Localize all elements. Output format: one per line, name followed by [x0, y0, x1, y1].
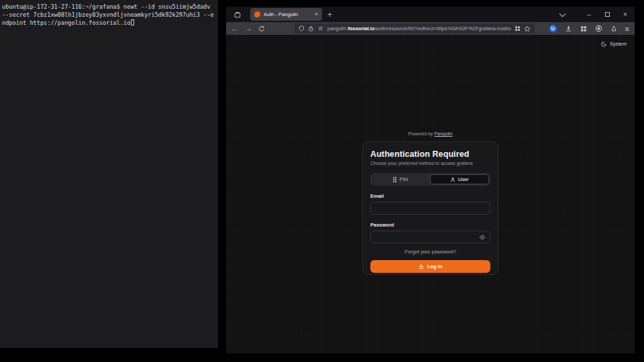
- url-domain: fossorial.io: [347, 25, 374, 32]
- list-tabs-chevron-icon[interactable]: [559, 11, 566, 18]
- close-window-button[interactable]: ×: [622, 11, 629, 18]
- powered-by: Powered by Pangolin: [226, 131, 635, 136]
- theme-toggle[interactable]: System: [601, 41, 627, 47]
- firefox-view-icon[interactable]: [232, 9, 243, 20]
- email-label: Email: [370, 193, 490, 199]
- browser-window: Auth - Pangolin × + – × ← →: [226, 7, 635, 353]
- extensions-icon[interactable]: [580, 25, 587, 32]
- lock-icon[interactable]: [308, 25, 314, 32]
- grid-icon[interactable]: [515, 25, 521, 32]
- url-path: /auth/resource/90?redirect=https%3A%2F%2…: [374, 25, 511, 32]
- toolbar-icons: U ≡: [549, 25, 629, 33]
- auth-method-tabs: PIN User: [370, 173, 490, 186]
- url-bar[interactable]: pangolin.fossorial.io/auth/resource/90?r…: [294, 23, 535, 34]
- browser-tab[interactable]: Auth - Pangolin ×: [250, 8, 322, 21]
- auth-card: Authentication Required Choose your pref…: [362, 141, 498, 275]
- reload-icon[interactable]: [258, 25, 265, 32]
- new-tab-button[interactable]: +: [327, 10, 332, 19]
- password-label: Password: [370, 222, 490, 228]
- email-field[interactable]: [370, 202, 490, 215]
- extension-badge: [555, 23, 558, 27]
- card-title: Authentication Required: [370, 149, 490, 159]
- swap-arrows-icon[interactable]: [317, 25, 324, 32]
- terminal-line: ubuntu@ip-172-31-27-116:~/grafana$ newt …: [2, 3, 218, 11]
- share-icon[interactable]: [610, 25, 617, 32]
- tab-pin[interactable]: PIN: [372, 174, 430, 184]
- url-prefix: pangolin.: [327, 25, 347, 32]
- account-icon[interactable]: [595, 25, 602, 32]
- forward-button[interactable]: →: [245, 25, 252, 32]
- terminal-window[interactable]: ubuntu@ip-172-31-27-116:~/grafana$ newt …: [0, 0, 218, 348]
- moon-icon: [601, 41, 607, 47]
- login-button[interactable]: Log in: [370, 260, 490, 273]
- theme-toggle-label: System: [610, 41, 627, 47]
- tab-strip: Auth - Pangolin × + – ×: [226, 7, 635, 22]
- menu-icon[interactable]: ≡: [625, 25, 629, 33]
- pangolin-link[interactable]: Pangolin: [434, 131, 452, 136]
- terminal-line: --secret 7cbz1xw08lh1jbzey03yxvndljvneam…: [2, 11, 218, 19]
- url-text: pangolin.fossorial.io/auth/resource/90?r…: [327, 25, 511, 32]
- tab-close-icon[interactable]: ×: [315, 11, 318, 17]
- terminal-line: ndpoint https://pangolin.fossorial.io: [2, 19, 218, 27]
- terminal-cursor: [131, 19, 134, 25]
- pangolin-favicon-icon: [254, 11, 260, 17]
- minimize-button[interactable]: –: [586, 11, 592, 18]
- maximize-button[interactable]: [604, 11, 610, 18]
- forgot-password-link[interactable]: Forgot your password?: [370, 249, 490, 255]
- user-icon: [450, 177, 455, 182]
- downloads-icon[interactable]: [565, 25, 572, 32]
- back-button[interactable]: ←: [231, 25, 238, 32]
- show-password-icon[interactable]: [479, 235, 486, 240]
- tab-title: Auth - Pangolin: [264, 11, 311, 17]
- password-field[interactable]: [370, 231, 490, 243]
- extension-u-icon[interactable]: U: [549, 25, 557, 32]
- tab-user[interactable]: User: [430, 174, 490, 184]
- bookmark-star-icon[interactable]: [524, 25, 531, 32]
- shield-icon[interactable]: [299, 25, 305, 32]
- page-content: System Powered by Pangolin Authenticatio…: [226, 35, 635, 353]
- window-controls: – ×: [547, 11, 629, 18]
- card-subtitle: Choose your preferred method to access g…: [370, 161, 490, 166]
- padlock-icon: [419, 264, 424, 269]
- pin-pad-icon: [393, 177, 394, 178]
- navigation-bar: ← → pangolin.fossorial.io/auth/resource/…: [226, 22, 635, 35]
